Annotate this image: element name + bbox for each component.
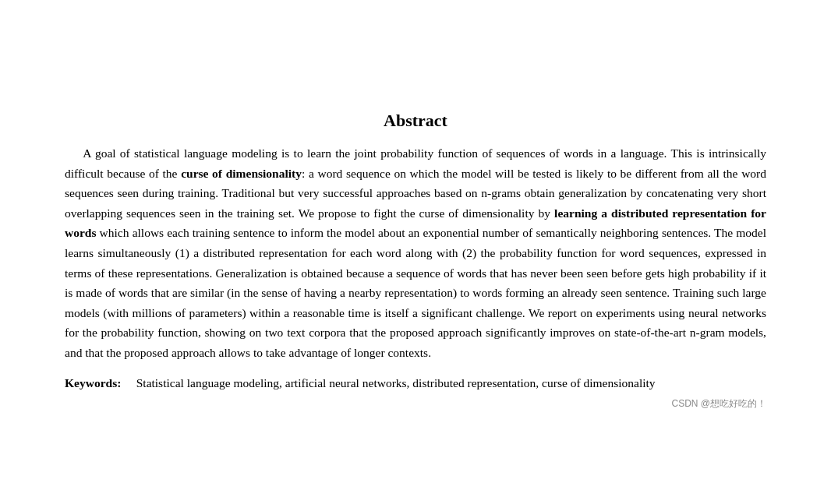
keywords-text: Statistical language modeling, artificia… [136,376,656,389]
abstract-body: A goal of statistical language modeling … [65,143,766,362]
keywords-label: Keywords: [65,376,121,389]
bold-curse-of-dimensionality: curse of dimensionality [181,167,302,180]
abstract-paragraph: A goal of statistical language modeling … [65,143,766,362]
keywords-section: Keywords: Statistical language modeling,… [65,373,766,393]
content-box: Abstract A goal of statistical language … [34,87,797,417]
abstract-title: Abstract [65,111,766,131]
watermark: CSDN @想吃好吃的！ [671,397,766,411]
page-container: Abstract A goal of statistical language … [0,0,831,504]
bold-learning-distributed: learning a distributed representation fo… [65,206,766,240]
